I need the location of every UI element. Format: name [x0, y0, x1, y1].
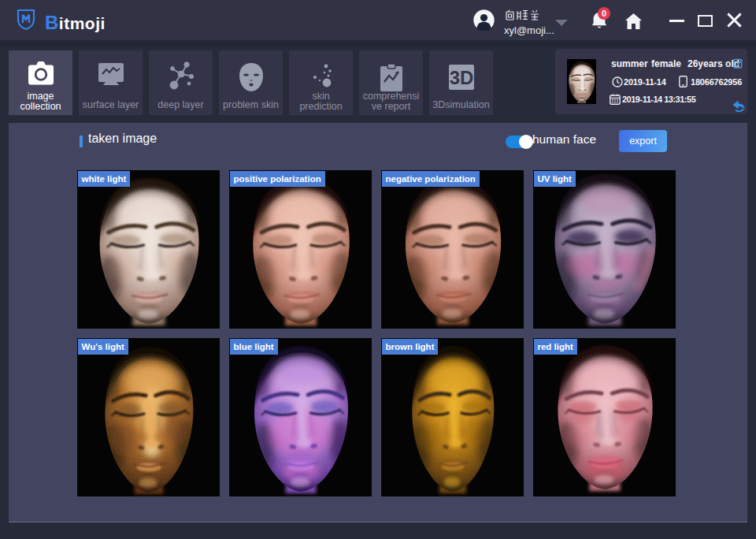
- svg-text:3D: 3D: [449, 67, 473, 88]
